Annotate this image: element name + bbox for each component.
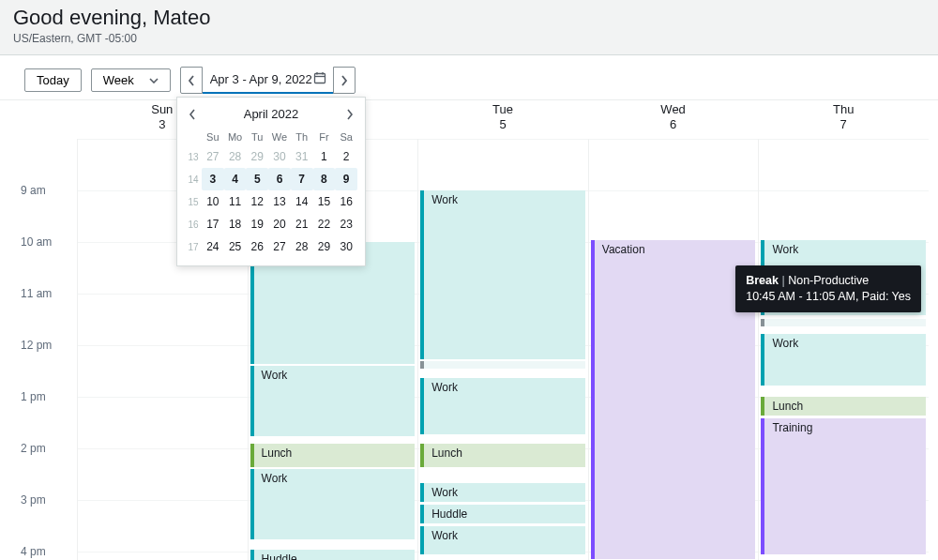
picker-day[interactable]: 30 bbox=[268, 145, 291, 168]
time-label: 11 am bbox=[21, 287, 52, 300]
day-column-tue[interactable]: WorkWorkLunchWorkHuddleWork bbox=[417, 139, 588, 560]
picker-day[interactable]: 28 bbox=[224, 145, 247, 168]
time-label: 12 pm bbox=[21, 339, 52, 352]
picker-day[interactable]: 29 bbox=[313, 235, 336, 258]
picker-day[interactable]: 24 bbox=[202, 235, 224, 258]
picker-day[interactable]: 11 bbox=[224, 190, 247, 213]
chevron-down-icon bbox=[149, 78, 159, 83]
picker-day[interactable]: 6 bbox=[268, 168, 291, 190]
picker-day[interactable]: 27 bbox=[268, 235, 291, 258]
picker-day[interactable]: 14 bbox=[291, 190, 313, 213]
svg-rect-0 bbox=[314, 74, 325, 83]
today-button[interactable]: Today bbox=[24, 68, 82, 92]
calendar-event[interactable]: Lunch bbox=[420, 444, 585, 467]
date-range-input[interactable]: Apr 3 - Apr 9, 2022 bbox=[203, 67, 334, 94]
picker-day[interactable]: 17 bbox=[202, 213, 224, 235]
picker-day[interactable]: 10 bbox=[202, 190, 224, 213]
calendar-event[interactable] bbox=[420, 361, 585, 369]
picker-day[interactable]: 30 bbox=[335, 235, 357, 258]
date-range-text: Apr 3 - Apr 9, 2022 bbox=[210, 72, 312, 86]
day-header-thu[interactable]: Thu7 bbox=[758, 97, 929, 139]
time-label: 3 pm bbox=[21, 493, 46, 507]
day-headers-row: Sun3 Mon4 Tue5 Wed6 Thu7 bbox=[9, 97, 929, 139]
day-header-wed[interactable]: Wed6 bbox=[588, 97, 759, 139]
picker-next-month[interactable] bbox=[346, 109, 354, 120]
tooltip-category: Non-Productive bbox=[788, 274, 869, 287]
picker-day[interactable]: 31 bbox=[291, 145, 313, 168]
picker-week-number: 13 bbox=[185, 145, 202, 168]
chevron-right-icon bbox=[340, 75, 348, 86]
view-selector[interactable]: Week bbox=[91, 68, 171, 92]
calendar-grid: 9 am10 am11 am12 pm1 pm2 pm3 pm4 pm Work… bbox=[9, 139, 929, 552]
picker-day[interactable]: 3 bbox=[202, 168, 224, 190]
next-week-button[interactable] bbox=[333, 67, 356, 94]
time-label: 2 pm bbox=[21, 442, 46, 455]
picker-day[interactable]: 26 bbox=[246, 235, 268, 258]
calendar-event[interactable]: Lunch bbox=[761, 397, 926, 416]
picker-day[interactable]: 29 bbox=[246, 145, 268, 168]
day-column-wed[interactable]: Vacation bbox=[588, 139, 759, 560]
picker-day[interactable]: 21 bbox=[291, 213, 313, 235]
picker-day[interactable]: 27 bbox=[202, 145, 224, 168]
calendar-event[interactable]: Work bbox=[420, 526, 585, 554]
picker-day[interactable]: 13 bbox=[268, 190, 291, 213]
event-tooltip: Break | Non-Productive 10:45 AM - 11:05 … bbox=[735, 265, 921, 312]
calendar-event[interactable]: Work bbox=[250, 366, 416, 436]
timezone-text: US/Eastern, GMT -05:00 bbox=[13, 32, 925, 45]
picker-day[interactable]: 18 bbox=[224, 213, 247, 235]
time-label: 9 am bbox=[21, 184, 46, 197]
calendar-event[interactable]: Work bbox=[250, 469, 416, 539]
calendar-event[interactable]: Training bbox=[761, 418, 926, 554]
picker-day[interactable]: 25 bbox=[224, 235, 247, 258]
picker-day[interactable]: 5 bbox=[246, 168, 268, 190]
time-label: 4 pm bbox=[21, 545, 46, 558]
picker-day[interactable]: 19 bbox=[246, 213, 268, 235]
calendar-event[interactable]: Work bbox=[420, 190, 585, 359]
calendar-event[interactable]: Lunch bbox=[250, 444, 416, 467]
time-label: 1 pm bbox=[21, 390, 46, 403]
picker-day[interactable]: 4 bbox=[224, 168, 247, 190]
picker-dow: Th bbox=[291, 129, 313, 145]
tooltip-details: 10:45 AM - 11:05 AM, Paid: Yes bbox=[746, 289, 911, 305]
time-axis: 9 am10 am11 am12 pm1 pm2 pm3 pm4 pm bbox=[9, 139, 77, 560]
picker-day[interactable]: 1 bbox=[313, 145, 336, 168]
calendar-event[interactable]: Huddle bbox=[420, 505, 585, 523]
picker-day[interactable]: 12 bbox=[246, 190, 268, 213]
greeting-text: Good evening, Mateo bbox=[13, 6, 925, 30]
picker-dow: Su bbox=[202, 129, 224, 145]
date-nav-group: Apr 3 - Apr 9, 2022 bbox=[180, 67, 356, 94]
picker-day[interactable]: 16 bbox=[335, 190, 357, 213]
picker-day[interactable]: 20 bbox=[268, 213, 291, 235]
chevron-left-icon bbox=[188, 75, 195, 86]
calendar-event[interactable]: Work bbox=[420, 378, 585, 434]
calendar-event[interactable]: Vacation bbox=[591, 240, 756, 559]
tooltip-title: Break bbox=[746, 274, 779, 287]
picker-day[interactable]: 8 bbox=[313, 168, 336, 190]
picker-dow-row: Su Mo Tu We Th Fr Sa bbox=[185, 129, 357, 145]
picker-day[interactable]: 2 bbox=[335, 145, 357, 168]
calendar-event[interactable]: Huddle bbox=[250, 550, 416, 560]
picker-day[interactable]: 15 bbox=[313, 190, 336, 213]
calendar-icon bbox=[313, 71, 326, 87]
picker-day[interactable]: 22 bbox=[313, 213, 336, 235]
time-label: 10 am bbox=[21, 235, 52, 249]
calendar-event[interactable]: Work bbox=[420, 483, 585, 502]
picker-prev-month[interactable] bbox=[189, 109, 196, 120]
picker-dow: Mo bbox=[224, 129, 247, 145]
picker-day[interactable]: 7 bbox=[291, 168, 313, 190]
view-selector-label: Week bbox=[103, 74, 134, 86]
picker-day[interactable]: 28 bbox=[291, 235, 313, 258]
day-column-thu[interactable]: WorkWorkLunchTraining bbox=[758, 139, 929, 560]
prev-week-button[interactable] bbox=[180, 67, 203, 94]
picker-day[interactable]: 23 bbox=[335, 213, 357, 235]
calendar-event[interactable]: Work bbox=[761, 334, 926, 386]
picker-dow: Fr bbox=[313, 129, 336, 145]
day-header-tue[interactable]: Tue5 bbox=[417, 97, 588, 139]
picker-day[interactable]: 9 bbox=[335, 168, 357, 190]
page-header: Good evening, Mateo US/Eastern, GMT -05:… bbox=[0, 0, 938, 55]
calendar-toolbar: Today Week Apr 3 - Apr 9, 2022 April 202… bbox=[0, 55, 938, 100]
calendar-event[interactable] bbox=[761, 319, 926, 326]
picker-dow: Tu bbox=[246, 129, 268, 145]
picker-week-number: 14 bbox=[185, 168, 202, 190]
picker-month-title: April 2022 bbox=[244, 107, 299, 121]
